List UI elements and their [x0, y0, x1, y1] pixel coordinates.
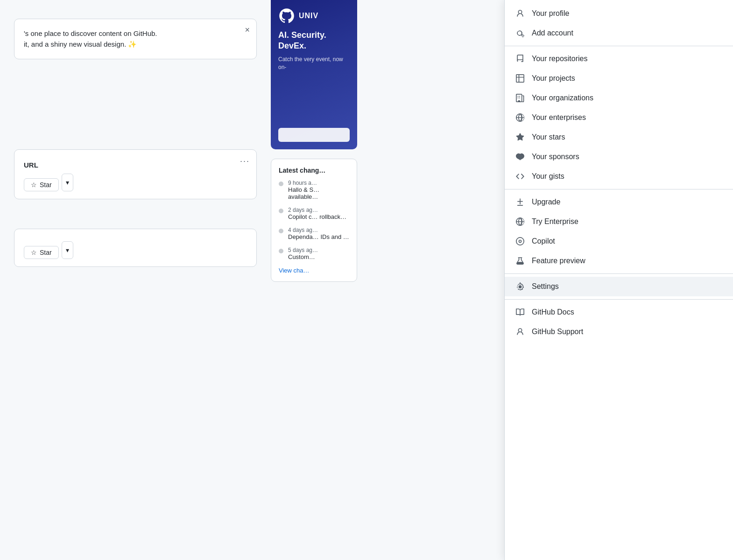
- menu-label-your-enterprises: Your enterprises: [532, 113, 586, 122]
- menu-label-settings: Settings: [532, 282, 559, 291]
- change-dot: [279, 209, 283, 213]
- star-label-1: Star: [40, 181, 52, 189]
- upload-icon: [515, 197, 525, 207]
- menu-item-github-support[interactable]: GitHub Support: [505, 322, 733, 342]
- org-icon: [515, 93, 525, 103]
- menu-item-github-docs[interactable]: GitHub Docs: [505, 302, 733, 322]
- star-button-1[interactable]: ☆ Star: [24, 178, 59, 191]
- change-text: Hallo & S… available…: [288, 186, 349, 200]
- change-dot: [279, 229, 283, 233]
- star-card-1: ··· URL ☆ Star ▾: [14, 149, 257, 199]
- menu-label-add-account: Add account: [532, 29, 573, 37]
- latest-changes-title: Latest chang…: [279, 167, 349, 174]
- banner-logo: UNIV: [278, 7, 350, 24]
- star-card-2: ☆ Star ▾: [14, 229, 257, 267]
- star-icon: [515, 132, 525, 142]
- change-item: 9 hours a… Hallo & S… available…: [279, 180, 349, 200]
- change-text: Copilot c… rollback…: [288, 213, 346, 220]
- more-options-icon[interactable]: ···: [240, 156, 250, 166]
- star-icon-2: ☆: [31, 249, 37, 256]
- code-icon: [515, 171, 525, 182]
- card-line2: it, and a shiny new visual design.: [24, 40, 126, 48]
- card-line1: 's one place to discover content on GitH…: [24, 29, 157, 37]
- banner-title: AI. Security. DevEx.: [278, 30, 350, 52]
- chevron-down-icon-2: ▾: [66, 246, 69, 254]
- menu-item-your-projects[interactable]: Your projects: [505, 69, 733, 88]
- change-text: Dependa… IDs and …: [288, 233, 349, 240]
- menu-item-upgrade[interactable]: Upgrade: [505, 192, 733, 212]
- change-item: 5 days ag… Custom…: [279, 247, 349, 260]
- change-dot: [279, 182, 283, 186]
- close-button[interactable]: ×: [245, 26, 250, 34]
- sparkle-icon: ✨: [128, 40, 137, 48]
- menu-item-your-sponsors[interactable]: Your sponsors: [505, 147, 733, 167]
- star-dropdown-1[interactable]: ▾: [62, 174, 73, 191]
- gear-icon: [515, 281, 525, 292]
- banner-univ-text: UNIV: [299, 12, 318, 20]
- star-label-2: Star: [40, 249, 52, 256]
- menu-item-feature-preview[interactable]: Feature preview: [505, 251, 733, 271]
- chevron-down-icon-1: ▾: [66, 179, 69, 186]
- change-time: 9 hours a…: [288, 180, 349, 186]
- change-item: 4 days ag… Dependa… IDs and …: [279, 227, 349, 240]
- globe-icon: [515, 112, 525, 123]
- menu-item-copilot[interactable]: Copilot: [505, 231, 733, 251]
- change-item: 2 days ag… Copilot c… rollback…: [279, 207, 349, 220]
- menu-label-your-projects: Your projects: [532, 74, 575, 83]
- menu-label-your-gists: Your gists: [532, 172, 564, 181]
- menu-label-your-repositories: Your repositories: [532, 55, 587, 63]
- menu-label-github-support: GitHub Support: [532, 328, 583, 336]
- url-label: URL: [24, 161, 247, 169]
- table-icon: [515, 73, 525, 84]
- menu-label-your-stars: Your stars: [532, 133, 565, 141]
- star-dropdown-2[interactable]: ▾: [62, 241, 73, 259]
- menu-label-feature-preview: Feature preview: [532, 257, 585, 265]
- star-button-2[interactable]: ☆ Star: [24, 246, 59, 259]
- menu-item-your-repositories[interactable]: Your repositories: [505, 49, 733, 69]
- menu-label-copilot: Copilot: [532, 237, 555, 245]
- change-time: 5 days ag…: [288, 247, 318, 253]
- menu-item-your-profile[interactable]: Your profile: [505, 4, 733, 23]
- person-icon: [515, 8, 525, 19]
- book-icon: [515, 54, 525, 64]
- menu-item-settings[interactable]: Settings: [505, 277, 733, 296]
- divider-after-your-gists: [505, 189, 733, 189]
- menu-label-your-sponsors: Your sponsors: [532, 153, 579, 161]
- menu-label-your-profile: Your profile: [532, 9, 569, 18]
- person-add-icon: [515, 28, 525, 38]
- banner-input-field[interactable]: [278, 128, 350, 142]
- dropdown-menu-overlay: Your profile Add account Your repositori…: [504, 0, 733, 560]
- card-text: 's one place to discover content on GitH…: [24, 28, 247, 49]
- person-support-icon: [515, 327, 525, 337]
- dropdown-menu: Your profile Add account Your repositori…: [505, 0, 733, 345]
- copilot-icon: [515, 236, 525, 246]
- divider-after-add-account: [505, 46, 733, 46]
- view-changes-link[interactable]: View cha…: [279, 267, 349, 274]
- menu-item-your-stars[interactable]: Your stars: [505, 127, 733, 147]
- divider-after-settings: [505, 299, 733, 300]
- change-text: Custom…: [288, 253, 318, 260]
- change-dot: [279, 249, 283, 253]
- menu-item-add-account[interactable]: Add account: [505, 23, 733, 43]
- discover-card: × 's one place to discover content on Gi…: [14, 19, 257, 59]
- change-time: 4 days ag…: [288, 227, 349, 233]
- banner-panel: UNIV AI. Security. DevEx. Catch the very…: [271, 0, 357, 149]
- globe2-icon: [515, 217, 525, 227]
- book2-icon: [515, 307, 525, 317]
- change-items-list: 9 hours a… Hallo & S… available… 2 days …: [279, 180, 349, 260]
- heart-icon: [515, 152, 525, 162]
- menu-item-your-organizations[interactable]: Your organizations: [505, 88, 733, 108]
- menu-label-your-organizations: Your organizations: [532, 94, 593, 102]
- menu-item-your-gists[interactable]: Your gists: [505, 167, 733, 186]
- beaker-icon: [515, 256, 525, 266]
- latest-changes-panel: Latest chang… 9 hours a… Hallo & S… avai…: [271, 159, 357, 282]
- menu-item-try-enterprise[interactable]: Try Enterprise: [505, 212, 733, 231]
- menu-label-github-docs: GitHub Docs: [532, 308, 574, 316]
- change-time: 2 days ag…: [288, 207, 346, 213]
- menu-label-try-enterprise: Try Enterprise: [532, 217, 578, 226]
- star-icon-1: ☆: [31, 181, 37, 189]
- menu-item-your-enterprises[interactable]: Your enterprises: [505, 108, 733, 127]
- divider-after-feature-preview: [505, 273, 733, 274]
- banner-subtitle: Catch the very event, now on-: [278, 56, 350, 71]
- github-logo-icon: [278, 7, 295, 24]
